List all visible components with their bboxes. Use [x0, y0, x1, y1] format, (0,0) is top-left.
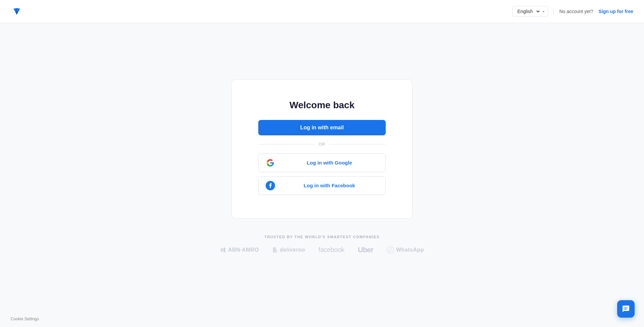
or-text: OR — [319, 142, 325, 147]
trusted-logos: ABN·AMRO deliveroo facebook Uber — [220, 246, 424, 254]
main-content: Welcome back Log in with email OR Log in… — [0, 23, 644, 310]
svg-point-5 — [387, 247, 394, 253]
svg-rect-4 — [274, 249, 277, 253]
chat-button[interactable] — [617, 300, 635, 318]
app-logo-icon — [11, 5, 23, 17]
login-email-button[interactable]: Log in with email — [258, 120, 386, 135]
trusted-logo-whatsapp: WhatsApp — [387, 246, 424, 254]
header: English Français Deutsch Español ▾ No ac… — [0, 0, 644, 23]
facebook-button-label: Log in with Facebook — [280, 183, 379, 188]
trusted-section: TRUSTED BY THE WORLD'S SMARTEST COMPANIE… — [7, 235, 637, 254]
header-divider — [553, 7, 554, 15]
login-google-button[interactable]: Log in with Google — [258, 153, 386, 172]
trusted-logo-facebook: facebook — [319, 246, 344, 254]
trusted-logo-abn-amro: ABN·AMRO — [220, 247, 259, 253]
login-facebook-button[interactable]: Log in with Facebook — [258, 176, 386, 195]
header-right: English Français Deutsch Español ▾ No ac… — [512, 6, 633, 17]
svg-rect-6 — [624, 308, 628, 308]
logo-area — [11, 5, 23, 17]
abn-amro-icon — [220, 247, 226, 253]
chat-icon — [622, 305, 630, 313]
google-button-label: Log in with Google — [280, 160, 379, 166]
svg-rect-2 — [223, 248, 225, 252]
trusted-title: TRUSTED BY THE WORLD'S SMARTEST COMPANIE… — [264, 235, 380, 239]
welcome-title: Welcome back — [289, 100, 355, 111]
cookie-settings-button[interactable]: Cookie Settings — [11, 317, 39, 321]
or-divider: OR — [258, 142, 386, 147]
facebook-icon — [265, 181, 275, 191]
no-account-text: No account yet? — [559, 9, 593, 14]
language-dropdown[interactable]: English Français Deutsch Español — [516, 8, 541, 14]
language-selector[interactable]: English Français Deutsch Español ▾ — [512, 6, 548, 17]
login-card: Welcome back Log in with email OR Log in… — [231, 79, 413, 219]
chevron-down-icon: ▾ — [543, 10, 544, 13]
deliveroo-icon — [272, 247, 278, 253]
svg-rect-7 — [624, 309, 627, 310]
or-line-left — [258, 144, 315, 144]
whatsapp-icon — [387, 246, 394, 254]
or-line-right — [329, 144, 386, 144]
trusted-logo-uber: Uber — [358, 246, 373, 254]
google-icon — [265, 158, 275, 168]
trusted-logo-deliveroo: deliveroo — [272, 247, 305, 253]
signup-link[interactable]: Sign up for free — [599, 9, 633, 14]
svg-rect-1 — [221, 248, 223, 252]
footer: Cookie Settings — [0, 310, 644, 327]
